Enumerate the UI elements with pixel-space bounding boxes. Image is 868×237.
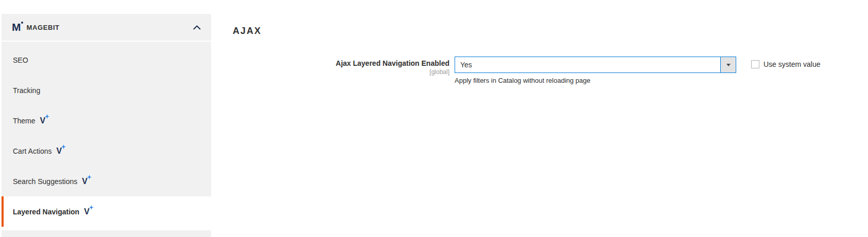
magebit-logo-icon: M [12, 22, 21, 33]
sparkle-icon [87, 175, 92, 179]
sidebar-item-label: Tracking [13, 86, 40, 95]
field-control-column: Yes Apply filters in Catalog without rel… [455, 57, 736, 84]
sidebar-item-layered-navigation[interactable]: Layered Navigation V [2, 196, 211, 227]
config-nav-sidebar: M MAGEBIT SEO Tracking Theme V [2, 14, 211, 237]
sparkle-icon [89, 205, 94, 210]
sidebar-item-label: Theme [13, 117, 36, 125]
field-scope-tag: [global] [234, 69, 449, 75]
v-pro-badge: V [84, 208, 90, 216]
select-arrow-button[interactable] [720, 57, 736, 72]
select-selected-value: Yes [460, 61, 472, 69]
field-note: Apply filters in Catalog without reloadi… [455, 77, 736, 84]
next-section-header-partial[interactable] [2, 230, 211, 237]
sidebar-item-label: Layered Navigation [13, 208, 79, 216]
field-label: Ajax Layered Navigation Enabled [234, 59, 449, 67]
v-pro-badge: V [82, 177, 88, 186]
ajax-enabled-select[interactable]: Yes [455, 57, 736, 73]
sparkle-icon [61, 144, 66, 149]
config-nav-list: SEO Tracking Theme V Cart Actions V [2, 42, 211, 227]
logo-letter: M [12, 22, 21, 32]
magebit-section-header[interactable]: M MAGEBIT [2, 14, 211, 41]
logo-dot [21, 22, 23, 24]
field-label-column: Ajax Layered Navigation Enabled [global] [234, 57, 449, 75]
use-system-value-checkbox[interactable] [751, 60, 759, 68]
fieldset-heading: AJAX [233, 26, 262, 37]
use-system-value-label[interactable]: Use system value [763, 60, 820, 68]
sidebar-item-label: Cart Actions [13, 147, 51, 155]
chevron-up-icon[interactable] [193, 25, 201, 30]
sparkle-icon [45, 114, 49, 119]
section-title: MAGEBIT [27, 24, 60, 31]
caret-down-icon [726, 64, 731, 66]
sidebar-item-seo[interactable]: SEO [2, 45, 211, 75]
sidebar-item-theme[interactable]: Theme V [2, 105, 211, 136]
sidebar-item-search-suggestions[interactable]: Search Suggestions V [2, 166, 211, 196]
field-ajax-layered-navigation-enabled: Ajax Layered Navigation Enabled [global]… [234, 57, 820, 84]
sidebar-item-tracking[interactable]: Tracking [2, 75, 211, 105]
v-pro-badge: V [40, 117, 46, 125]
sidebar-item-label: SEO [13, 56, 28, 64]
use-system-value-group: Use system value [751, 57, 820, 68]
sidebar-item-cart-actions[interactable]: Cart Actions V [2, 136, 211, 166]
sidebar-item-label: Search Suggestions [13, 177, 77, 186]
v-pro-badge: V [56, 147, 62, 155]
